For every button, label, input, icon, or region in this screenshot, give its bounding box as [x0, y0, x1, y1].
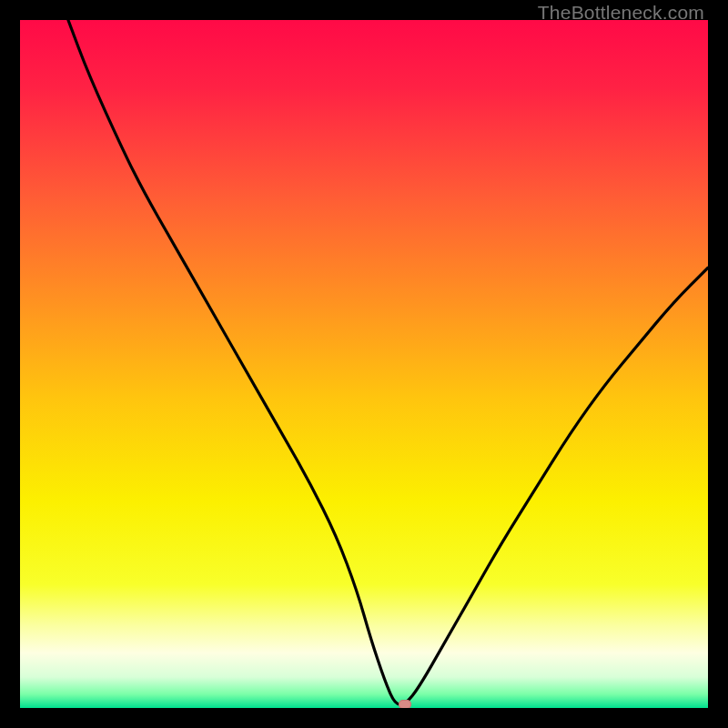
plot-area	[20, 20, 708, 708]
optimal-point-marker	[399, 700, 411, 708]
bottleneck-curve	[20, 20, 708, 708]
chart-frame: TheBottleneck.com	[0, 0, 728, 728]
watermark-text: TheBottleneck.com	[538, 2, 704, 24]
